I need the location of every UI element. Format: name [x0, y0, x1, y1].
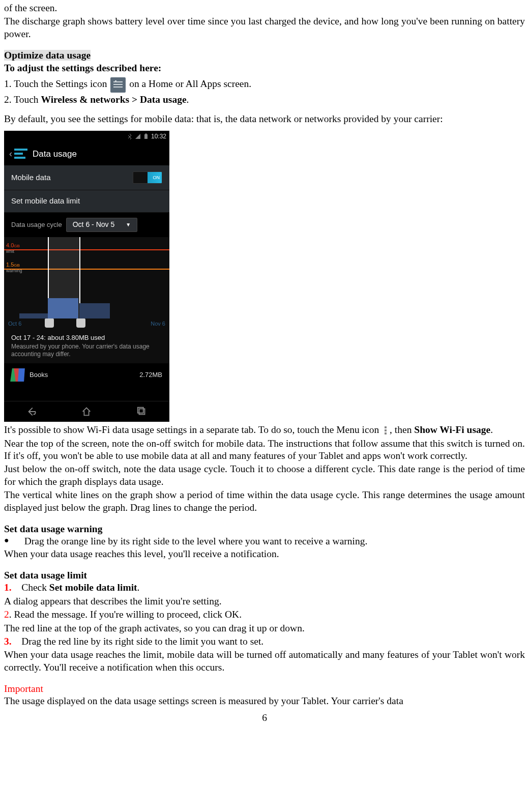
- limit-step3-text: Drag the red line by its right side to t…: [21, 636, 263, 647]
- usage-bars: [4, 293, 169, 318]
- data-usage-screenshot: 10:32 ‹‹ Data usage Mobile data ON Set m…: [4, 131, 169, 422]
- mobile-data-label: Mobile data: [11, 173, 51, 183]
- limit-step3-after: When your data usage reaches the limit, …: [4, 649, 525, 674]
- limit-step2-num: 2: [4, 609, 9, 620]
- limit-heading: Set data usage limit: [4, 570, 87, 581]
- limit-step2-after: The red line at the top of the graph act…: [4, 622, 525, 634]
- svg-rect-0: [144, 134, 148, 139]
- settings-icon: [110, 77, 126, 93]
- step1-suffix: on a Home or All Apps screen.: [129, 78, 251, 89]
- chevron-down-icon: ▼: [126, 222, 131, 228]
- page-number: 6: [4, 712, 525, 724]
- svg-rect-3: [138, 408, 143, 413]
- limit-step3-num: 3.: [4, 636, 12, 647]
- intro-partial-line: of the screen.: [4, 2, 525, 14]
- set-limit-row[interactable]: Set mobile data limit: [4, 190, 169, 213]
- important-body: The usage displayed on the data usage se…: [4, 695, 525, 707]
- bullet-icon: ●: [4, 535, 9, 547]
- limit-label: 4.0GB limit: [6, 242, 20, 255]
- step2-path: Wireless & networks > Data usage: [41, 94, 186, 105]
- status-time: 10:32: [151, 133, 166, 140]
- cycle-label: Data usage cycle: [11, 221, 62, 229]
- whitelines-paragraph: The vertical white lines on the graph sh…: [4, 489, 525, 514]
- limit-step1-bold: Set mobile data limit: [49, 582, 137, 593]
- screen-title: Data usage: [33, 149, 77, 159]
- menu-overflow-icon: [383, 426, 389, 436]
- optimize-heading: Optimize data usage: [4, 50, 91, 61]
- app-usage-row[interactable]: Books 2.72MB: [4, 363, 169, 387]
- usage-summary-text: Oct 17 - 24: about 3.80MB used: [4, 329, 169, 343]
- x-axis-labels: Oct 6Nov 6: [4, 321, 169, 328]
- mobile-data-toggle[interactable]: ON: [133, 171, 162, 184]
- cycle-value: Oct 6 - Nov 5: [73, 220, 114, 229]
- data-usage-icon: [14, 149, 27, 159]
- warning-after-text: When your data usage reaches this level,…: [4, 548, 525, 560]
- app-name: Books: [30, 371, 48, 379]
- step1-prefix: 1. Touch the Settings icon: [4, 78, 107, 89]
- limit-step1-num: 1.: [4, 582, 12, 593]
- important-heading: Important: [4, 683, 43, 694]
- warning-line[interactable]: [4, 269, 169, 270]
- cycle-selector[interactable]: Oct 6 - Nov 5 ▼: [66, 218, 137, 232]
- step2-suffix: .: [187, 94, 189, 105]
- recents-nav-icon[interactable]: [136, 406, 148, 417]
- limit-line[interactable]: [4, 249, 169, 250]
- system-nav-bar: [4, 401, 169, 422]
- optimize-subheading: To adjust the settings described here:: [4, 63, 161, 73]
- usage-graph[interactable]: 4.0GB limit 1.5GB warning Oct 6Nov 6: [4, 237, 169, 329]
- app-data-amount: 2.72MB: [139, 371, 162, 379]
- limit-step2-text: . Read the message. If you're willing to…: [9, 609, 242, 620]
- warning-heading: Set data usage warning: [4, 524, 102, 534]
- back-nav-icon[interactable]: [26, 406, 37, 417]
- mobile-data-row[interactable]: Mobile data ON: [4, 165, 169, 190]
- limit-step1-pre: Check: [21, 582, 47, 593]
- books-app-icon: [11, 368, 24, 382]
- step2-prefix: 2. Touch: [4, 94, 39, 105]
- status-bar: 10:32: [4, 131, 169, 142]
- cycle-paragraph: Just below the on-off switch, note the d…: [4, 463, 525, 488]
- bluetooth-icon: [127, 133, 133, 139]
- limit-step1-after: A dialog appears that describes the limi…: [4, 595, 525, 607]
- warning-bullet-text: Drag the orange line by its right side t…: [24, 535, 368, 547]
- svg-rect-1: [145, 134, 146, 135]
- onoff-paragraph: Near the top of the screen, note the on-…: [4, 438, 525, 462]
- usage-disclaimer-text: Measured by your phone. Your carrier's d…: [4, 343, 169, 363]
- intro-discharge-paragraph: The discharge graph shows battery level …: [4, 15, 525, 40]
- app-title-bar: ‹‹ Data usage: [4, 142, 169, 165]
- set-limit-label: Set mobile data limit: [11, 196, 80, 206]
- wifi-tab-paragraph: It's possible to show Wi-Fi data usage s…: [4, 424, 525, 436]
- optimize-body: By default, you see the settings for mob…: [4, 109, 525, 129]
- cycle-row: Data usage cycle Oct 6 - Nov 5 ▼: [4, 213, 169, 237]
- home-nav-icon[interactable]: [81, 406, 92, 417]
- battery-icon: [143, 133, 149, 139]
- warning-label: 1.5GB warning: [6, 262, 22, 274]
- svg-rect-2: [139, 409, 144, 415]
- limit-step1-suf: .: [137, 582, 140, 593]
- signal-icon: [135, 133, 141, 139]
